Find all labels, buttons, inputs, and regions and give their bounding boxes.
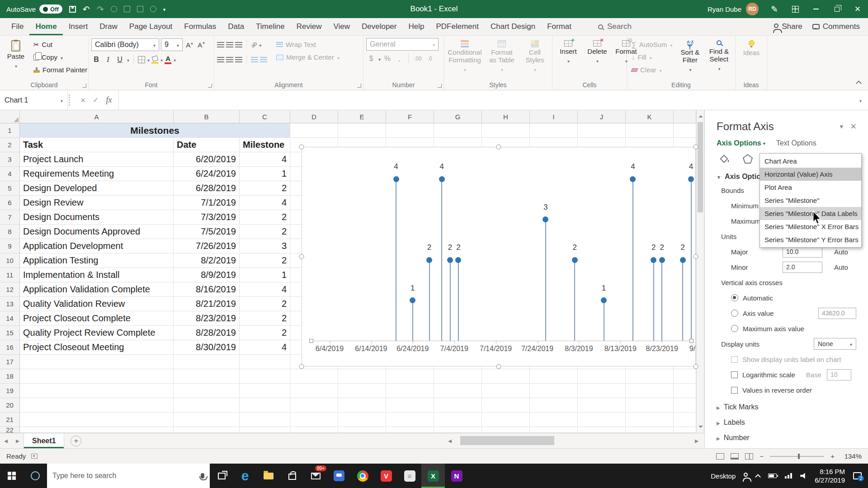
row-header-19[interactable]: 19 <box>0 384 20 398</box>
chart-data-label[interactable]: 3 <box>538 203 554 212</box>
ribbon-tab-data[interactable]: Data <box>222 18 250 35</box>
chart-data-label[interactable]: 2 <box>654 243 670 252</box>
column-header-c[interactable]: C <box>240 110 290 123</box>
cell[interactable]: Project Launch <box>20 152 174 167</box>
cell[interactable] <box>530 427 578 433</box>
zoom-slider-thumb[interactable] <box>798 454 800 459</box>
row-header-4[interactable]: 4 <box>0 167 20 181</box>
redo-icon[interactable]: ↷ <box>97 5 104 14</box>
ribbon-tab-pdfelement[interactable]: PDFelement <box>430 18 484 35</box>
cell[interactable] <box>386 398 434 413</box>
cell[interactable] <box>386 123 434 138</box>
cell[interactable]: Quality Validation Review <box>20 297 174 311</box>
chat-app-icon[interactable] <box>327 464 351 488</box>
axis-label[interactable]: 7/4/2019 <box>440 345 468 353</box>
user-name[interactable]: Ryan Dube <box>708 5 741 13</box>
chart-data-label[interactable]: 4 <box>388 162 404 171</box>
cell[interactable]: Design Developed <box>20 181 174 196</box>
comma-button[interactable]: , <box>394 53 404 64</box>
cell[interactable]: 7/3/2019 <box>174 210 240 225</box>
cell-styles-button[interactable]: Cell Styles <box>521 38 549 75</box>
cell[interactable]: 1 <box>240 268 290 282</box>
cell[interactable]: Design Review <box>20 196 174 210</box>
column-header-j[interactable]: J <box>578 110 626 123</box>
chart-marker[interactable] <box>455 257 461 263</box>
cell[interactable] <box>530 413 578 427</box>
zoom-slider[interactable] <box>770 456 824 457</box>
network-icon[interactable] <box>785 473 792 479</box>
number-section[interactable]: Number <box>724 434 750 442</box>
row-header-12[interactable]: 12 <box>0 282 20 297</box>
align-middle-icon[interactable] <box>226 42 233 47</box>
underline-button[interactable]: U <box>115 54 125 65</box>
vivaldi-icon[interactable]: V <box>374 464 398 488</box>
cell[interactable] <box>578 427 626 433</box>
taskbar-search-input[interactable]: Type here to search <box>47 464 210 488</box>
cell[interactable] <box>338 123 386 138</box>
cell[interactable] <box>20 413 174 427</box>
column-header-d[interactable]: D <box>290 110 338 123</box>
ideas-button[interactable]: Ideas <box>738 38 764 59</box>
cell[interactable]: 3 <box>240 239 290 253</box>
ribbon-tab-insert[interactable]: Insert <box>63 18 94 35</box>
clear-button[interactable]: Clear <box>630 64 674 75</box>
chart-data-label[interactable]: 4 <box>434 162 450 171</box>
expanded-section-icon[interactable] <box>717 173 721 181</box>
cell[interactable] <box>434 384 482 398</box>
mail-icon[interactable]: 99+ <box>304 464 327 488</box>
cell[interactable]: 6/28/2019 <box>174 181 240 196</box>
cell[interactable] <box>20 398 174 413</box>
cell[interactable]: Design Documents <box>20 210 174 225</box>
cell[interactable] <box>240 369 290 384</box>
values-reverse-label[interactable]: Values in reverse order <box>742 386 812 394</box>
chart-marker[interactable] <box>393 176 399 182</box>
format-painter-button[interactable]: Format Painter <box>32 64 89 75</box>
row-header-14[interactable]: 14 <box>0 311 20 326</box>
cell[interactable]: 6/20/2019 <box>174 152 240 167</box>
file-explorer-icon[interactable] <box>257 464 280 488</box>
major-units-input[interactable]: 10.0 <box>783 246 822 258</box>
cut-button[interactable]: ✂Cut <box>32 39 89 50</box>
battery-icon[interactable] <box>768 474 777 478</box>
merge-center-button[interactable]: Merge & Center <box>274 52 341 63</box>
cell[interactable] <box>20 427 174 433</box>
cell[interactable] <box>482 427 530 433</box>
cell[interactable] <box>338 398 386 413</box>
maximum-axis-value-radio[interactable] <box>731 325 738 332</box>
cell[interactable] <box>338 427 386 433</box>
chart-marker[interactable] <box>680 257 686 263</box>
row-header-20[interactable]: 20 <box>0 398 20 413</box>
cell[interactable] <box>174 413 240 427</box>
show-hidden-icons[interactable] <box>755 474 761 480</box>
chart-data-label[interactable]: 2 <box>566 243 583 252</box>
save-icon[interactable] <box>69 6 76 13</box>
cell[interactable] <box>578 123 626 138</box>
column-header-i[interactable]: I <box>530 110 578 123</box>
expand-formula-bar-icon[interactable] <box>853 96 868 104</box>
column-header-b[interactable]: B <box>174 110 240 123</box>
cell[interactable] <box>174 427 240 433</box>
chart-data-label[interactable]: 2 <box>675 243 691 252</box>
cell[interactable] <box>240 398 290 413</box>
cell[interactable] <box>20 355 174 369</box>
font-size-combo[interactable]: 9 <box>161 38 183 51</box>
row-header-1[interactable]: 1 <box>0 123 20 138</box>
select-all-corner[interactable] <box>0 110 20 123</box>
chart-marker[interactable] <box>439 176 445 182</box>
shrink-font-button[interactable]: A▾ <box>196 39 206 50</box>
cell[interactable] <box>434 413 482 427</box>
avatar[interactable]: RD <box>746 3 759 15</box>
macro-record-icon[interactable] <box>31 454 38 459</box>
volume-icon[interactable] <box>800 473 807 479</box>
ribbon-tab-timeline[interactable]: Timeline <box>250 18 291 35</box>
cell[interactable] <box>626 413 674 427</box>
undo-icon[interactable]: ↶ <box>83 5 90 14</box>
row-header-8[interactable]: 8 <box>0 225 20 239</box>
chart-marker[interactable] <box>572 257 578 263</box>
action-center-icon[interactable]: 2 <box>853 472 862 479</box>
cell[interactable]: 8/9/2019 <box>174 268 240 282</box>
cell[interactable] <box>174 355 240 369</box>
pane-menu-icon[interactable]: ▾ <box>840 122 844 131</box>
ribbon-display-icon[interactable] <box>785 0 806 18</box>
add-sheet-button[interactable] <box>71 436 81 446</box>
